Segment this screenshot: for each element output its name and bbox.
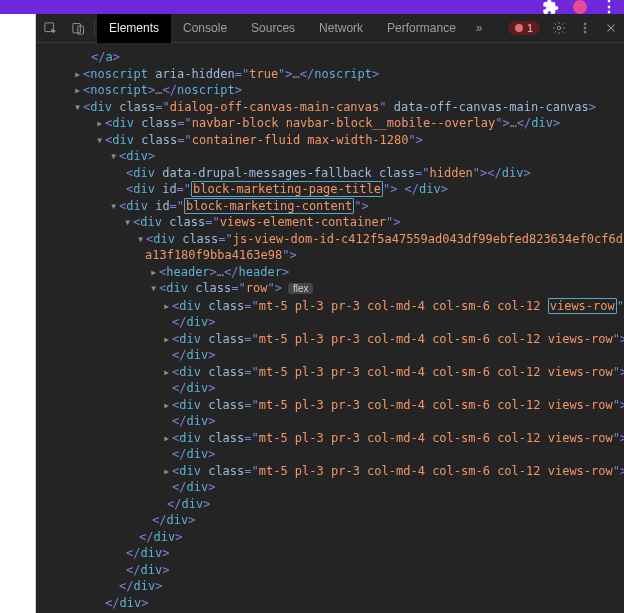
dom-node[interactable]: ▸<header>…</header>	[42, 264, 618, 281]
dom-node[interactable]: ▾<div class="row">flex	[42, 280, 618, 298]
gear-icon[interactable]	[546, 14, 572, 42]
dom-node[interactable]: ▸<div class="mt-5 pl-3 pr-3 col-md-4 col…	[42, 331, 618, 348]
expand-arrow-icon[interactable]: ▸	[74, 66, 83, 83]
dom-node[interactable]: ▸<div class="mt-5 pl-3 pr-3 col-md-4 col…	[42, 298, 618, 315]
dom-node[interactable]: a13f180f9bba4163e98">	[42, 247, 618, 264]
expand-arrow-icon[interactable]: ▸	[163, 397, 172, 414]
expand-arrow-icon[interactable]: ▾	[110, 198, 119, 215]
dom-node[interactable]: ▾<div class="dialog-off-canvas-main-canv…	[42, 99, 618, 116]
expand-arrow-icon[interactable]: ▸	[96, 115, 105, 132]
expand-arrow-icon[interactable]: ▸	[163, 331, 172, 348]
devtools-panel: Elements Console Sources Network Perform…	[36, 14, 624, 613]
expand-arrow-icon[interactable]: ▸	[150, 264, 159, 281]
page-gutter	[0, 14, 36, 613]
dom-node[interactable]: <div data-drupal-messages-fallback class…	[42, 165, 618, 182]
dom-node[interactable]: ▸<div class="mt-5 pl-3 pr-3 col-md-4 col…	[42, 397, 618, 414]
dom-node[interactable]: </div>	[42, 496, 618, 513]
error-dot-icon	[515, 24, 523, 32]
dom-node[interactable]: ▾<div class="views-element-container">	[42, 214, 618, 231]
dom-node[interactable]: ▸<div class="mt-5 pl-3 pr-3 col-md-4 col…	[42, 430, 618, 447]
expand-arrow-icon[interactable]: ▸	[163, 463, 172, 480]
dom-node[interactable]: </div>	[42, 380, 618, 397]
dom-node[interactable]: </div>	[42, 347, 618, 364]
inspect-icon[interactable]	[36, 14, 64, 42]
dom-node[interactable]: ▸<div class="navbar-block navbar-block__…	[42, 115, 618, 132]
dom-node[interactable]: ▾<div class="js-view-dom-id-c412f5a47559…	[42, 231, 618, 248]
expand-arrow-icon[interactable]: ▾	[96, 132, 105, 149]
extensions-icon[interactable]	[543, 0, 559, 15]
tab-console[interactable]: Console	[171, 14, 239, 43]
tab-network[interactable]: Network	[307, 14, 375, 43]
more-icon[interactable]	[572, 14, 598, 42]
dom-node[interactable]: </div>	[42, 545, 618, 562]
tab-performance[interactable]: Performance	[375, 14, 468, 43]
error-count-pill[interactable]: 1	[508, 21, 540, 35]
dom-node[interactable]: ▸<noscript aria-hidden="true">…</noscrip…	[42, 66, 618, 83]
devtools-toolbar: Elements Console Sources Network Perform…	[36, 14, 624, 43]
svg-point-4	[584, 23, 586, 25]
svg-point-3	[557, 26, 561, 30]
dom-node[interactable]: </div>	[42, 562, 618, 579]
svg-point-5	[584, 27, 586, 29]
dom-node[interactable]: </div>	[42, 512, 618, 529]
dom-node[interactable]: ▾<div id="block-marketing-content">	[42, 198, 618, 215]
dom-node[interactable]: ▸<div class="mt-5 pl-3 pr-3 col-md-4 col…	[42, 463, 618, 480]
dom-node[interactable]: </div>	[42, 446, 618, 463]
tab-sources[interactable]: Sources	[239, 14, 307, 43]
device-toggle-icon[interactable]	[64, 14, 92, 42]
expand-arrow-icon[interactable]: ▸	[163, 364, 172, 381]
browser-titlebar: ⋮	[0, 0, 624, 14]
dom-node[interactable]: </a>	[42, 49, 618, 66]
expand-arrow-icon[interactable]: ▾	[110, 148, 119, 165]
expand-arrow-icon[interactable]: ▾	[124, 214, 133, 231]
dom-node[interactable]: ▸<div class="mt-5 pl-3 pr-3 col-md-4 col…	[42, 364, 618, 381]
dom-node[interactable]: </div>	[42, 479, 618, 496]
expand-arrow-icon[interactable]: ▸	[74, 82, 83, 99]
expand-arrow-icon[interactable]: ▸	[163, 298, 172, 315]
dom-node[interactable]: </div>	[42, 578, 618, 595]
dom-node[interactable]: </div>	[42, 314, 618, 331]
close-icon[interactable]	[598, 14, 624, 42]
svg-point-6	[584, 31, 586, 33]
dom-node[interactable]: </div>	[42, 413, 618, 430]
dom-node[interactable]: ▾<div class="container-fluid max-width-1…	[42, 132, 618, 149]
expand-arrow-icon[interactable]: ▾	[74, 99, 83, 116]
expand-arrow-icon[interactable]: ▾	[150, 280, 159, 297]
dom-tree[interactable]: </a>▸<noscript aria-hidden="true">…</nos…	[36, 43, 624, 613]
svg-rect-1	[72, 23, 80, 32]
error-count: 1	[527, 22, 533, 34]
expand-arrow-icon[interactable]: ▾	[137, 231, 146, 248]
extension-badge[interactable]	[573, 0, 587, 14]
dom-node[interactable]: </div>	[42, 595, 618, 612]
tab-elements[interactable]: Elements	[97, 14, 171, 43]
dom-node[interactable]: <div id="block-marketing-page-title"> </…	[42, 181, 618, 198]
dom-node[interactable]: ▾<div>	[42, 148, 618, 165]
tabs-overflow-icon[interactable]: »	[468, 21, 491, 35]
dom-node[interactable]: ▸<noscript>…</noscript>	[42, 82, 618, 99]
dom-node[interactable]: </div>	[42, 529, 618, 546]
expand-arrow-icon[interactable]: ▸	[163, 430, 172, 447]
